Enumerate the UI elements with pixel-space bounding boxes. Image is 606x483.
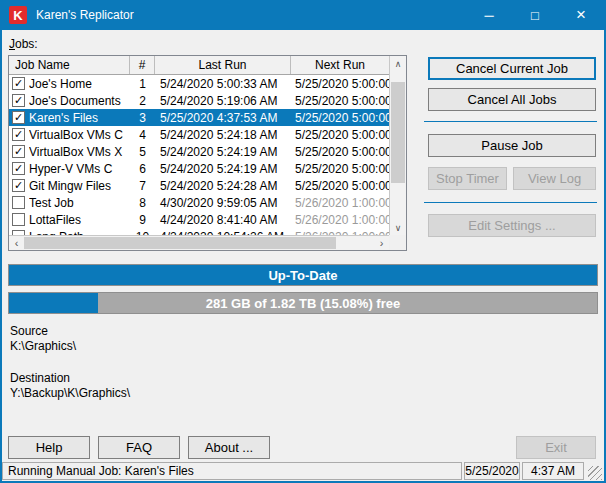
job-lastrun-cell: 5/24/2020 5:24:18 AM [155,128,291,142]
job-name-cell: Hyper-V VMs C [29,162,130,176]
faq-button[interactable]: FAQ [98,436,180,459]
resize-grip[interactable] [588,466,602,480]
edit-settings-button: Edit Settings ... [428,214,596,237]
job-num-cell: 8 [130,196,155,210]
table-row[interactable]: LottaFiles 9 4/24/2020 8:41:40 AM 5/26/2… [9,211,389,228]
job-status-text: Up-To-Date [9,265,597,285]
table-row[interactable]: ✓ Karen's Files 3 5/25/2020 4:37:53 AM 5… [9,109,389,126]
app-window: K Karen's Replicator ─ □ × Jobs: Job Nam… [0,0,606,483]
title-bar: K Karen's Replicator ─ □ × [2,0,604,30]
job-name-cell: Test Job [29,196,130,210]
table-row[interactable]: Test Job 8 4/30/2020 9:59:05 AM 5/26/202… [9,194,389,211]
job-num-cell: 9 [130,213,155,227]
job-name-cell: Karen's Files [29,111,130,125]
pause-job-button[interactable]: Pause Job [428,134,596,157]
table-row[interactable]: ✓ Hyper-V VMs C 6 5/24/2020 5:24:19 AM 5… [9,160,389,177]
cancel-all-jobs-button[interactable]: Cancel All Jobs [428,88,596,111]
window-controls: ─ □ × [466,0,604,30]
maximize-icon: □ [531,8,539,23]
jobs-label-rest: obs: [15,37,38,51]
job-lastrun-cell: 4/30/2020 9:59:05 AM [155,196,291,210]
job-num-cell: 3 [130,111,155,125]
scroll-right-icon[interactable]: › [374,236,389,250]
view-log-button: View Log [513,167,596,190]
job-checkbox[interactable]: ✓ [12,94,25,107]
close-button[interactable]: × [558,0,604,30]
job-num-cell: 6 [130,162,155,176]
vertical-scrollbar[interactable]: ∧ ∨ [389,56,406,235]
destination-label: Destination [10,371,70,385]
window-title: Karen's Replicator [36,8,466,22]
about-button[interactable]: About ... [188,436,270,459]
source-path: K:\Graphics\ [10,339,76,353]
job-nextrun-cell: 5/25/2020 5:00:00 AM [291,162,389,176]
column-header-job-name[interactable]: Job Name [9,56,130,74]
separator-line [424,202,597,203]
column-header-number[interactable]: # [130,56,155,74]
job-checkbox[interactable]: ✓ [12,111,25,124]
scrollbar-corner [389,235,406,250]
job-nextrun-cell: 5/25/2020 5:00:00 AM [291,128,389,142]
status-time: 4:37 AM [522,462,584,480]
job-num-cell: 1 [130,77,155,91]
job-lastrun-cell: 4/24/2020 8:41:40 AM [155,213,291,227]
job-checkbox[interactable]: ✓ [12,145,25,158]
scroll-down-icon[interactable]: ∨ [390,220,406,235]
status-date: 5/25/2020 [464,462,520,480]
job-name-cell: Joe's Home [29,77,130,91]
job-checkbox[interactable] [12,196,25,209]
column-header-next-run[interactable]: Next Run [291,56,389,74]
scroll-up-icon[interactable]: ∧ [390,56,406,71]
table-row[interactable]: ✓ Git Mingw Files 7 5/24/2020 5:24:28 AM… [9,177,389,194]
job-name-cell: Git Mingw Files [29,179,130,193]
minimize-button[interactable]: ─ [466,0,512,30]
table-row[interactable]: ✓ VirtualBox VMs X 5 5/24/2020 5:24:19 A… [9,143,389,160]
table-row[interactable]: ✓ VirtualBox VMs C 4 5/24/2020 5:24:18 A… [9,126,389,143]
job-lastrun-cell: 5/24/2020 5:24:28 AM [155,179,291,193]
horizontal-scrollbar[interactable]: ‹ › [9,235,389,250]
table-row[interactable]: Long Path 10 4/24/2020 10:54:26 AM 5/26/… [9,228,389,235]
job-nextrun-cell: 5/25/2020 5:00:00 AM [291,145,389,159]
job-lastrun-cell: 5/24/2020 5:24:19 AM [155,162,291,176]
job-num-cell: 5 [130,145,155,159]
job-checkbox[interactable]: ✓ [12,162,25,175]
job-lastrun-cell: 5/25/2020 4:37:53 AM [155,111,291,125]
job-nextrun-cell: 5/25/2020 5:00:00 AM [291,111,389,125]
job-name-cell: LottaFiles [29,213,130,227]
job-num-cell: 7 [130,179,155,193]
job-name-cell: Joe's Documents [29,94,130,108]
jobs-table-body: ✓ Joe's Home 1 5/24/2020 5:00:33 AM 5/25… [9,75,389,235]
help-button[interactable]: Help [8,436,90,459]
job-nextrun-cell: 5/26/2020 1:00:00 AM [291,196,389,210]
job-checkbox[interactable]: ✓ [12,179,25,192]
job-lastrun-cell: 5/24/2020 5:19:06 AM [155,94,291,108]
jobs-table-header: Job Name # Last Run Next Run [9,56,389,75]
job-nextrun-cell: 5/25/2020 5:00:00 AM [291,77,389,91]
job-lastrun-cell: 5/24/2020 5:24:19 AM [155,145,291,159]
horizontal-scrollbar-thumb[interactable] [24,237,336,249]
table-row[interactable]: ✓ Joe's Documents 2 5/24/2020 5:19:06 AM… [9,92,389,109]
maximize-button[interactable]: □ [512,0,558,30]
scroll-left-icon[interactable]: ‹ [9,236,24,250]
jobs-table: Job Name # Last Run Next Run ∧ ∨ ✓ Joe's… [8,55,407,251]
exit-button: Exit [516,436,596,459]
job-name-cell: VirtualBox VMs X [29,145,130,159]
job-status-bar: Up-To-Date [8,264,598,286]
table-row[interactable]: ✓ Joe's Home 1 5/24/2020 5:00:33 AM 5/25… [9,75,389,92]
jobs-label: Jobs: [9,37,38,51]
cancel-current-job-button[interactable]: Cancel Current Job [428,57,596,80]
close-icon: × [576,5,586,25]
minimize-icon: ─ [484,8,493,23]
destination-path: Y:\Backup\K\Graphics\ [10,386,130,400]
job-num-cell: 2 [130,94,155,108]
job-checkbox[interactable]: ✓ [12,128,25,141]
job-checkbox[interactable] [12,213,25,226]
status-bar: Running Manual Job: Karen's Files 5/25/2… [2,461,604,481]
job-lastrun-cell: 5/24/2020 5:00:33 AM [155,77,291,91]
column-header-last-run[interactable]: Last Run [155,56,291,74]
vertical-scrollbar-thumb[interactable] [391,82,405,183]
job-nextrun-cell: 5/26/2020 1:00:00 AM [291,213,389,227]
separator-line [424,121,597,122]
job-checkbox[interactable]: ✓ [12,77,25,90]
job-num-cell: 4 [130,128,155,142]
